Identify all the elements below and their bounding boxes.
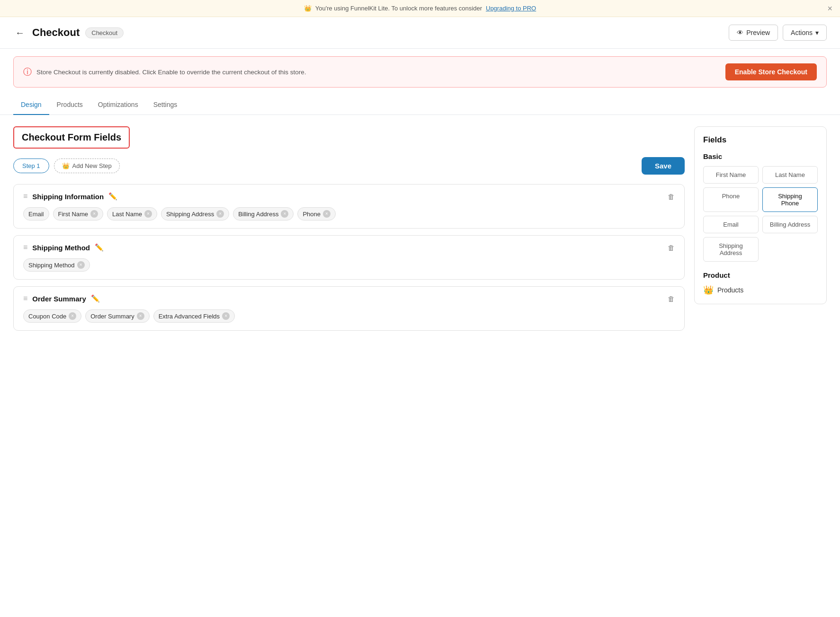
order-summary-fields: Coupon Code × Order Summary × Extra Adva… bbox=[23, 309, 675, 323]
steps-row: Step 1 👑 Add New Step Save bbox=[13, 157, 685, 175]
shipping-method-card: ≡ Shipping Method ✏️ 🗑 Shipping Method × bbox=[13, 235, 685, 280]
main-content: Checkout Form Fields Step 1 👑 Add New St… bbox=[0, 115, 840, 349]
page-badge: Checkout bbox=[85, 27, 124, 38]
preview-label: Preview bbox=[746, 29, 770, 36]
actions-label: Actions bbox=[791, 29, 813, 36]
alert-icon: ⓘ bbox=[23, 66, 32, 78]
order-summary-header-left: ≡ Order Summary ✏️ bbox=[23, 294, 100, 303]
shipping-method-card-header: ≡ Shipping Method ✏️ 🗑 bbox=[23, 243, 675, 252]
tabs-bar: Design Products Optimizations Settings bbox=[0, 95, 840, 115]
alert-left: ⓘ Store Checkout is currently disabled. … bbox=[23, 66, 306, 78]
order-summary-title: Order Summary bbox=[32, 295, 86, 303]
order-summary-card-header: ≡ Order Summary ✏️ 🗑 bbox=[23, 294, 675, 303]
shipping-information-title: Shipping Information bbox=[32, 193, 104, 201]
tab-settings[interactable]: Settings bbox=[146, 95, 185, 115]
field-pill-email[interactable]: Email bbox=[703, 216, 759, 233]
page-title: Checkout bbox=[32, 26, 80, 39]
remove-coupon-code-button[interactable]: × bbox=[69, 312, 76, 320]
field-pill-first-name[interactable]: First Name bbox=[703, 166, 759, 184]
shipping-information-delete-button[interactable]: 🗑 bbox=[668, 193, 675, 201]
add-new-step-button[interactable]: 👑 Add New Step bbox=[54, 159, 120, 173]
save-button[interactable]: Save bbox=[642, 157, 685, 175]
section-title-box: Checkout Form Fields bbox=[13, 126, 130, 149]
shipping-information-edit-button[interactable]: ✏️ bbox=[108, 192, 117, 201]
tab-design[interactable]: Design bbox=[13, 95, 49, 115]
steps-left: Step 1 👑 Add New Step bbox=[13, 159, 120, 173]
shipping-method-title: Shipping Method bbox=[32, 244, 90, 252]
field-tag-email: Email bbox=[23, 207, 49, 220]
banner-close-button[interactable]: × bbox=[827, 4, 832, 13]
remove-last-name-button[interactable]: × bbox=[144, 210, 152, 218]
shipping-information-card: ≡ Shipping Information ✏️ 🗑 Email First … bbox=[13, 184, 685, 229]
tab-optimizations[interactable]: Optimizations bbox=[90, 95, 146, 115]
field-tag-billing-address: Billing Address × bbox=[233, 207, 294, 220]
upgrade-link[interactable]: Upgrading to PRO bbox=[486, 5, 536, 12]
field-tag-last-name: Last Name × bbox=[107, 207, 157, 220]
shipping-method-edit-button[interactable]: ✏️ bbox=[95, 243, 104, 252]
field-tag-coupon-code: Coupon Code × bbox=[23, 309, 81, 323]
chevron-down-icon: ▾ bbox=[815, 29, 819, 36]
step-1-button[interactable]: Step 1 bbox=[13, 159, 49, 173]
order-summary-delete-button[interactable]: 🗑 bbox=[668, 295, 675, 303]
crown-icon: 👑 bbox=[304, 5, 312, 12]
page-header: ← Checkout Checkout 👁 Preview Actions ▾ bbox=[0, 17, 840, 49]
remove-billing-address-button[interactable]: × bbox=[281, 210, 288, 218]
eye-icon: 👁 bbox=[737, 29, 743, 36]
field-pill-billing-address[interactable]: Billing Address bbox=[762, 216, 818, 233]
remove-phone-button[interactable]: × bbox=[323, 210, 331, 218]
card-header: ≡ Shipping Information ✏️ 🗑 bbox=[23, 192, 675, 201]
header-right: 👁 Preview Actions ▾ bbox=[729, 25, 827, 41]
order-summary-card: ≡ Order Summary ✏️ 🗑 Coupon Code × Order… bbox=[13, 286, 685, 331]
field-tag-first-name: First Name × bbox=[53, 207, 104, 220]
crown-small-icon: 👑 bbox=[62, 162, 70, 169]
shipping-method-header-left: ≡ Shipping Method ✏️ bbox=[23, 243, 104, 252]
banner-text: You're using FunnelKit Lite. To unlock m… bbox=[315, 5, 482, 12]
upgrade-banner: 👑 You're using FunnelKit Lite. To unlock… bbox=[0, 0, 840, 17]
field-tag-shipping-method: Shipping Method × bbox=[23, 258, 90, 272]
preview-button[interactable]: 👁 Preview bbox=[729, 25, 778, 41]
drag-icon: ≡ bbox=[23, 294, 27, 303]
actions-button[interactable]: Actions ▾ bbox=[783, 25, 827, 41]
field-pill-last-name[interactable]: Last Name bbox=[762, 166, 818, 184]
field-pill-phone[interactable]: Phone bbox=[703, 187, 759, 212]
add-step-label: Add New Step bbox=[72, 162, 112, 169]
field-pill-shipping-phone[interactable]: Shipping Phone bbox=[762, 187, 818, 212]
products-row: 👑 Products bbox=[703, 285, 818, 295]
enable-store-checkout-button[interactable]: Enable Store Checkout bbox=[725, 63, 817, 80]
remove-first-name-button[interactable]: × bbox=[90, 210, 98, 218]
remove-extra-advanced-fields-button[interactable]: × bbox=[222, 312, 230, 320]
field-pill-shipping-address[interactable]: Shipping Address bbox=[703, 237, 759, 262]
shipping-method-delete-button[interactable]: 🗑 bbox=[668, 244, 675, 252]
remove-order-summary-button[interactable]: × bbox=[137, 312, 144, 320]
left-section: Checkout Form Fields Step 1 👑 Add New St… bbox=[13, 126, 685, 337]
drag-icon: ≡ bbox=[23, 243, 27, 252]
shipping-information-fields: Email First Name × Last Name × Shipping … bbox=[23, 207, 675, 220]
alert-message: Store Checkout is currently disabled. Cl… bbox=[36, 69, 306, 76]
header-left: ← Checkout Checkout bbox=[13, 26, 124, 40]
product-crown-icon: 👑 bbox=[703, 285, 714, 295]
alert-banner: ⓘ Store Checkout is currently disabled. … bbox=[13, 56, 827, 88]
section-title: Checkout Form Fields bbox=[22, 132, 121, 143]
panel-title: Fields bbox=[703, 135, 818, 145]
right-panel: Fields Basic First Name Last Name Phone … bbox=[694, 126, 827, 304]
tab-products[interactable]: Products bbox=[49, 95, 90, 115]
basic-section-title: Basic bbox=[703, 152, 818, 160]
product-section-title: Product bbox=[703, 271, 818, 279]
shipping-method-fields: Shipping Method × bbox=[23, 258, 675, 272]
basic-fields-grid: First Name Last Name Phone Shipping Phon… bbox=[703, 166, 818, 262]
field-tag-shipping-address: Shipping Address × bbox=[161, 207, 229, 220]
drag-icon: ≡ bbox=[23, 192, 27, 201]
back-button[interactable]: ← bbox=[13, 26, 27, 40]
field-tag-order-summary: Order Summary × bbox=[85, 309, 149, 323]
field-tag-phone: Phone × bbox=[297, 207, 336, 220]
order-summary-edit-button[interactable]: ✏️ bbox=[91, 294, 100, 303]
field-tag-extra-advanced-fields: Extra Advanced Fields × bbox=[153, 309, 235, 323]
card-header-left: ≡ Shipping Information ✏️ bbox=[23, 192, 117, 201]
remove-shipping-address-button[interactable]: × bbox=[216, 210, 224, 218]
remove-shipping-method-button[interactable]: × bbox=[77, 261, 85, 269]
products-label: Products bbox=[717, 286, 743, 294]
